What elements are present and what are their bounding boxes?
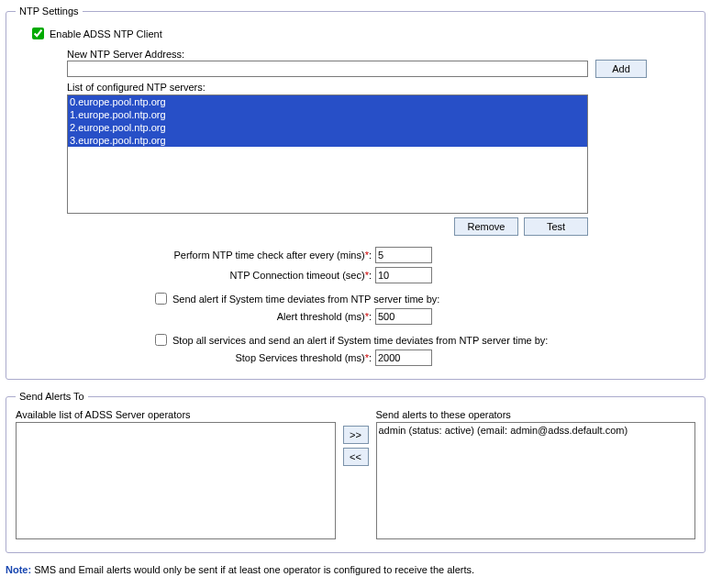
required-asterisk: * <box>365 270 369 281</box>
available-operators-label: Available list of ADSS Server operators <box>16 409 336 420</box>
selected-operators-label: Send alerts to these operators <box>376 409 696 420</box>
deviate-alert-checkbox[interactable] <box>155 293 167 305</box>
required-asterisk: * <box>365 250 369 261</box>
add-button[interactable]: Add <box>595 60 647 78</box>
ntp-server-listbox[interactable]: 0.europe.pool.ntp.org 1.europe.pool.ntp.… <box>67 94 588 214</box>
alert-threshold-label: Alert threshold (ms) <box>277 311 365 322</box>
required-asterisk: * <box>365 311 369 322</box>
available-operators-listbox[interactable] <box>16 422 336 539</box>
timeout-input[interactable] <box>375 267 432 283</box>
new-server-input[interactable] <box>67 61 588 77</box>
selected-operators-listbox[interactable]: admin (status: active) (email: admin@ads… <box>376 422 696 539</box>
alert-threshold-input[interactable] <box>375 308 432 325</box>
test-button[interactable]: Test <box>524 217 588 236</box>
note-line: Note: SMS and Email alerts would only be… <box>6 564 705 575</box>
move-left-button[interactable]: << <box>343 448 369 466</box>
stopall-checkbox[interactable] <box>155 334 167 346</box>
deviate-alert-label: Send alert if System time deviates from … <box>172 294 439 305</box>
list-item[interactable]: 0.europe.pool.ntp.org <box>68 95 587 108</box>
timeout-label: NTP Connection timeout (sec) <box>230 270 365 281</box>
list-item[interactable]: 2.europe.pool.ntp.org <box>68 121 587 134</box>
list-item[interactable]: admin (status: active) (email: admin@ads… <box>379 425 694 436</box>
check-every-label: Perform NTP time check after every (mins… <box>173 250 364 261</box>
remove-button[interactable]: Remove <box>454 217 518 236</box>
list-item[interactable]: 1.europe.pool.ntp.org <box>68 108 587 121</box>
enable-ntp-checkbox[interactable] <box>32 28 44 39</box>
note-text: SMS and Email alerts would only be sent … <box>31 564 474 575</box>
enable-ntp-label: Enable ADSS NTP Client <box>50 28 162 39</box>
note-prefix: Note: <box>6 564 31 575</box>
required-asterisk: * <box>365 352 369 363</box>
stopall-label: Stop all services and send an alert if S… <box>172 335 548 346</box>
move-right-button[interactable]: >> <box>343 426 369 444</box>
stop-threshold-input[interactable] <box>375 349 432 366</box>
alerts-legend: Send Alerts To <box>16 391 88 402</box>
list-item[interactable]: 3.europe.pool.ntp.org <box>68 134 587 147</box>
stop-threshold-label: Stop Services threshold (ms) <box>235 352 364 363</box>
check-every-input[interactable] <box>375 247 432 263</box>
server-list-label: List of configured NTP servers: <box>67 82 695 93</box>
alerts-fieldset: Send Alerts To Available list of ADSS Se… <box>6 391 705 553</box>
ntp-settings-fieldset: NTP Settings Enable ADSS NTP Client New … <box>6 6 705 380</box>
ntp-settings-legend: NTP Settings <box>16 6 83 17</box>
new-server-label: New NTP Server Address: <box>67 49 695 60</box>
